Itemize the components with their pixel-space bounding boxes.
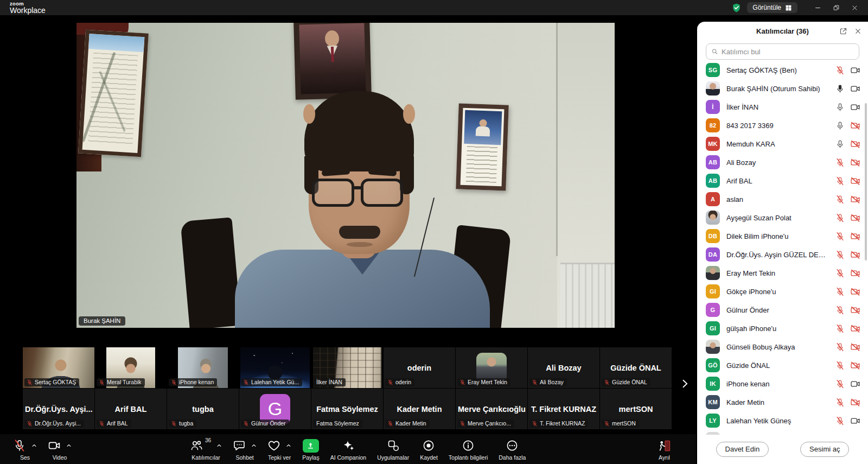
toolbar-chat-chevron[interactable] — [251, 443, 257, 448]
filmstrip-tile[interactable]: mertSON mertSON — [600, 389, 672, 429]
participant-camera-status[interactable] — [850, 379, 860, 389]
participant-row[interactable]: Aaslan — [697, 190, 868, 208]
unmute-button[interactable]: Sesimi aç — [800, 442, 849, 457]
participant-row[interactable]: SGSertaç GÖKTAŞ (Ben) — [697, 61, 868, 79]
filmstrip-tile[interactable]: tugba tugba — [167, 389, 239, 429]
toolbar-apps-button[interactable]: Uygulamalar — [372, 434, 414, 464]
participant-camera-status[interactable] — [850, 397, 860, 408]
participant-camera-status[interactable] — [850, 287, 860, 297]
filmstrip-tile[interactable]: Sertaç GÖKTAŞ — [23, 347, 94, 388]
participant-camera-status[interactable] — [850, 65, 860, 75]
participant-row[interactable]: GÖGüzide ÖNAL — [697, 356, 868, 374]
participant-mic-status[interactable] — [835, 306, 845, 315]
toolbar-ai-button[interactable]: AI Companion — [325, 434, 372, 464]
participant-row[interactable]: GIGökçe iPhone'u — [697, 282, 868, 301]
participant-mic-status[interactable] — [835, 158, 845, 167]
participant-mic-status[interactable] — [835, 250, 845, 259]
participant-camera-status[interactable] — [850, 194, 860, 205]
participant-camera-status[interactable] — [850, 250, 860, 260]
filmstrip-tile[interactable]: Merve Çarıkcıoğlu Merve Çarıkcıo... — [456, 389, 527, 429]
participant-row[interactable]: LYLalehan Yetik Güneş — [697, 411, 868, 430]
toolbar-leave-button[interactable]: Ayrıl — [652, 434, 676, 464]
filmstrip-tile[interactable]: Lalehan Yetik Gü... — [239, 347, 311, 388]
filmstrip-tile[interactable]: Eray Mert Tekin — [456, 347, 527, 388]
participant-camera-status[interactable] — [850, 416, 860, 426]
participant-row[interactable]: 82843 2017 3369 — [697, 116, 868, 135]
restore-button[interactable] — [828, 1, 844, 15]
participant-camera-status[interactable] — [850, 323, 860, 334]
participant-camera-status[interactable] — [850, 231, 860, 241]
filmstrip-tile[interactable]: Meral Turabik — [95, 347, 167, 388]
participant-row[interactable]: Günseli Bobuş Alkaya — [697, 338, 868, 356]
participant-mic-status[interactable] — [835, 416, 845, 425]
participant-row[interactable]: IKiPhone kenan — [697, 374, 868, 393]
participant-row[interactable]: Eray Mert Tekin — [697, 264, 868, 282]
participant-camera-status[interactable] — [850, 157, 860, 168]
participant-row[interactable]: MKMemduh KARA — [697, 135, 868, 153]
participant-search[interactable] — [706, 43, 859, 60]
participant-camera-status[interactable] — [850, 102, 860, 112]
filmstrip-tile[interactable]: Dr.Öğr.Üys. Ayşi... Dr.Öğr.Üys. Ayşi... — [23, 389, 94, 429]
participant-camera-status[interactable] — [850, 84, 860, 94]
filmstrip-next-button[interactable] — [678, 376, 692, 392]
participant-mic-status[interactable] — [835, 398, 845, 407]
participant-camera-status[interactable] — [850, 120, 860, 131]
participant-row[interactable]: GIgülşah iPhone'u — [697, 319, 868, 338]
participant-camera-status[interactable] — [850, 176, 860, 186]
participant-camera-status[interactable] — [850, 213, 860, 223]
toolbar-chat-button[interactable]: Sohbet — [227, 434, 262, 464]
filmstrip-tile[interactable]: Fatma SöylemezFatma Söylemez — [311, 389, 383, 429]
filmstrip-tile[interactable]: Arif BAL Arif BAL — [95, 389, 167, 429]
participant-mic-status[interactable] — [835, 66, 845, 75]
toolbar-more-button[interactable]: Daha fazla — [493, 434, 531, 464]
participant-mic-status[interactable] — [835, 195, 845, 204]
filmstrip-tile[interactable]: T. Fikret KURNAZ T. Fikret KURNAZ — [528, 389, 599, 429]
filmstrip-tile[interactable]: Güzide ÖNAL Güzide ÖNAL — [600, 347, 672, 388]
participant-row[interactable]: DBDilek Bilim iPhone'u — [697, 227, 868, 245]
participant-mic-status[interactable] — [835, 213, 845, 223]
close-window-button[interactable] — [846, 1, 863, 15]
participant-row[interactable]: İİlker İNAN — [697, 98, 868, 116]
toolbar-info-button[interactable]: Toplantı bilgileri — [443, 434, 493, 464]
main-speaker-video[interactable]: Burak ŞAHİN — [76, 23, 615, 328]
participant-mic-status[interactable] — [835, 379, 845, 389]
search-input[interactable] — [722, 48, 854, 56]
filmstrip-tile[interactable]: iPhone kenan — [167, 347, 239, 388]
filmstrip-tile[interactable]: G Gülnur Önder — [239, 389, 311, 429]
scrollbar-thumb[interactable] — [865, 103, 867, 260]
participant-row[interactable]: ABArif BAL — [697, 171, 868, 190]
toolbar-participants-chevron[interactable] — [216, 443, 222, 448]
participant-mic-status[interactable] — [835, 287, 845, 296]
filmstrip-tile[interactable]: İlker İNAN — [311, 347, 383, 388]
participant-mic-status[interactable] — [835, 342, 845, 352]
toolbar-video-button[interactable]: Video — [42, 434, 77, 464]
participant-row[interactable]: GGülnur Önder — [697, 301, 868, 319]
minimize-button[interactable] — [809, 1, 826, 15]
toolbar-video-chevron[interactable] — [66, 443, 72, 448]
participant-camera-status[interactable] — [850, 360, 860, 371]
close-panel-button[interactable] — [854, 28, 861, 35]
participant-camera-status[interactable] — [850, 268, 860, 278]
popout-panel-button[interactable] — [839, 27, 847, 35]
participant-mic-status[interactable] — [835, 103, 845, 112]
participant-row[interactable]: KMKader Metin — [697, 393, 868, 411]
participant-mic-status[interactable] — [835, 121, 845, 130]
participant-row[interactable]: Burak ŞAHİN (Oturum Sahibi) — [697, 79, 868, 98]
participant-mic-status[interactable] — [835, 324, 845, 333]
participant-row[interactable]: DADr.Öğr.Üys. Ayşin GÜZEL DEĞER-M... — [697, 245, 868, 264]
participant-camera-status[interactable] — [850, 305, 860, 315]
participant-row[interactable]: ABAli Bozay — [697, 153, 868, 171]
filmstrip-tile[interactable]: oderin oderin — [384, 347, 455, 388]
filmstrip-tile[interactable]: Kader Metin Kader Metin — [384, 389, 455, 429]
security-shield-icon[interactable] — [731, 3, 742, 13]
participant-mic-status[interactable] — [835, 84, 845, 93]
filmstrip-tile[interactable]: Ali Bozay Ali Bozay — [528, 347, 599, 388]
participant-mic-status[interactable] — [835, 176, 845, 186]
participant-camera-status[interactable] — [850, 342, 860, 352]
toolbar-react-chevron[interactable] — [286, 443, 291, 448]
toolbar-react-button[interactable]: Tepki ver — [262, 434, 297, 464]
participant-camera-status[interactable] — [850, 139, 860, 149]
participant-mic-status[interactable] — [835, 361, 845, 370]
participant-mic-status[interactable] — [835, 232, 845, 241]
toolbar-share-button[interactable]: Paylaş — [297, 434, 325, 464]
